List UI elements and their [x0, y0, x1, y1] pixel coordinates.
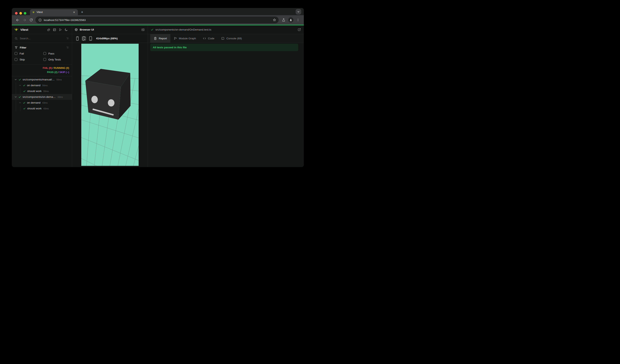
checkbox-box[interactable]	[15, 58, 17, 61]
url-text: localhost:5173/#/?file=1828625563	[44, 19, 273, 22]
experiments-button[interactable]	[280, 16, 287, 23]
test-duration: 43ms	[58, 96, 63, 98]
result-file-path: src/components/on-demand/OnDemand.test.t…	[155, 28, 296, 31]
robot-cube	[85, 69, 131, 120]
chevron-down-icon	[14, 95, 17, 98]
filter-checkbox-only-tests[interactable]: Only Tests	[43, 57, 72, 62]
search-bar[interactable]: Search...	[12, 34, 72, 43]
test-tree-row[interactable]: src/components/on-dema…43ms	[12, 94, 72, 100]
checkbox-box[interactable]	[15, 52, 17, 55]
clear-filter-icon[interactable]	[66, 37, 69, 40]
pass-count: PASS (2)	[47, 71, 58, 74]
clear-filter-icon[interactable]	[66, 46, 69, 49]
test-tree: src/components/manual/…56mson demand56ms…	[12, 76, 72, 167]
tab-code[interactable]: Code	[199, 34, 218, 43]
reload-button[interactable]	[28, 16, 34, 23]
test-name: should work	[27, 90, 42, 93]
device-phone-plus-button[interactable]	[81, 36, 86, 41]
bookmark-star-icon[interactable]	[273, 18, 276, 22]
tab-search-button[interactable]	[296, 9, 301, 15]
vitest-favicon	[32, 11, 35, 14]
test-tree-row[interactable]: on demand56ms	[12, 82, 72, 88]
chevron-down-icon	[297, 10, 300, 13]
checkbox-label: Skip	[20, 58, 25, 61]
test-name: on demand	[27, 101, 41, 104]
person-icon	[289, 18, 293, 22]
dock-panel-right-icon[interactable]	[141, 28, 145, 31]
test-duration: 43ms	[43, 107, 49, 110]
search-input[interactable]: Search...	[20, 37, 64, 40]
filter-checkbox-fail[interactable]: Fail	[15, 50, 43, 57]
test-duration: 56ms	[57, 78, 62, 81]
filter-options: FailPassSkipOnly Tests	[12, 50, 72, 62]
device-tablet-button[interactable]	[88, 36, 93, 41]
checkbox-label: Pass	[48, 52, 54, 55]
test-summary: FAIL (0)/RUNNING (0) PASS (2)/SKIP (--)	[12, 65, 72, 76]
test-browser-viewport[interactable]	[81, 44, 139, 166]
back-button[interactable]	[14, 16, 21, 23]
checkbox-box[interactable]	[43, 52, 46, 55]
search-icon	[15, 37, 18, 40]
device-phone-small-button[interactable]	[75, 36, 80, 41]
url-bar[interactable]: localhost:5173/#/?file=1828625563	[35, 16, 279, 23]
test-name: on demand	[27, 84, 41, 87]
forward-button[interactable]	[21, 16, 28, 23]
test-tree-row[interactable]: should work43ms	[12, 106, 72, 111]
profile-avatar[interactable]	[288, 17, 294, 23]
filter-checkbox-pass[interactable]: Pass	[43, 50, 72, 57]
results-panel: src/components/on-demand/OnDemand.test.t…	[148, 25, 304, 167]
pass-check-icon	[23, 107, 26, 110]
pass-check-icon	[23, 84, 26, 87]
preview-title: Browser UI	[80, 28, 140, 31]
open-external-icon[interactable]	[298, 28, 301, 31]
indent-guide	[20, 88, 20, 94]
new-tab-button[interactable]: +	[80, 10, 84, 15]
indent-guide	[16, 100, 16, 106]
test-duration: 55ms	[43, 90, 49, 92]
tab-console-69[interactable]: Console (69)	[218, 34, 245, 43]
funnel-icon	[15, 46, 18, 49]
tab-label: Module Graph	[179, 37, 196, 40]
sidebar-header: Vitest	[12, 25, 72, 34]
tab-label: Report	[159, 37, 167, 40]
code-icon	[203, 37, 206, 40]
dark-mode-icon[interactable]	[64, 28, 68, 31]
indent-guide	[16, 106, 16, 111]
run-all-icon[interactable]	[59, 28, 62, 31]
test-tree-row[interactable]: on demand43ms	[12, 100, 72, 106]
tab-module-graph[interactable]: Module Graph	[170, 34, 200, 43]
filter-title: Filter	[20, 46, 64, 49]
tab-report[interactable]: Report	[150, 34, 170, 43]
browser-tab[interactable]: Vitest ✕	[30, 9, 78, 15]
report-icon	[154, 37, 157, 40]
graph-icon	[174, 37, 177, 40]
checkbox-box[interactable]	[43, 58, 46, 61]
globe-icon	[75, 28, 78, 31]
filter-checkbox-skip[interactable]: Skip	[15, 57, 43, 62]
viewport-size-label: 414x896px (68%)	[96, 37, 118, 40]
sidebar: Vitest Sea	[12, 25, 72, 167]
test-duration: 56ms	[42, 84, 48, 87]
close-window-button[interactable]	[15, 12, 17, 15]
pass-check-icon	[18, 96, 21, 98]
console-icon	[221, 37, 225, 40]
browser-menu-button[interactable]	[294, 16, 301, 23]
summary-line-2: PASS (2)/SKIP (--)	[15, 70, 69, 74]
dashboard-icon[interactable]	[53, 28, 56, 31]
traffic-lights	[15, 12, 26, 15]
site-info-icon[interactable]	[38, 18, 42, 22]
indent-guide	[16, 82, 16, 88]
result-tabs: ReportModule GraphCodeConsole (69)	[148, 34, 304, 43]
tab-close-icon[interactable]: ✕	[72, 10, 76, 14]
running-count: RUNNING (0)	[54, 67, 69, 70]
minimize-window-button[interactable]	[19, 12, 22, 15]
test-name: src/components/manual/…	[23, 78, 55, 81]
test-tree-row[interactable]: src/components/manual/…56ms	[12, 77, 72, 82]
browser-toolbar: localhost:5173/#/?file=1828625563	[12, 15, 304, 25]
collapse-windows-icon[interactable]	[47, 28, 50, 31]
forward-arrow-icon	[23, 18, 26, 22]
zoom-window-button[interactable]	[24, 12, 26, 15]
test-tree-row[interactable]: should work55ms	[12, 88, 72, 94]
skip-count: SKIP (--)	[59, 71, 69, 74]
flask-icon	[282, 18, 285, 22]
